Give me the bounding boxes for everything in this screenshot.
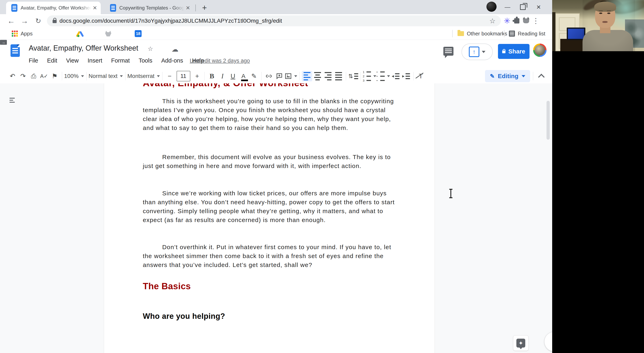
reload-button[interactable]: ↻ — [33, 15, 44, 26]
text-color-button[interactable]: A — [238, 71, 249, 81]
undo-button[interactable]: ↶ — [7, 71, 18, 81]
toolbar-divider — [261, 72, 262, 80]
window-close-button[interactable]: ✕ — [534, 3, 543, 12]
bulleted-list-button[interactable]: • • • — [376, 71, 390, 81]
tab-copywriting-templates[interactable]: Copywriting Templates - Google ✕ — [105, 2, 194, 14]
calendar-icon: 18 — [135, 30, 142, 37]
menu-insert[interactable]: Insert — [88, 57, 102, 64]
align-left-button[interactable] — [302, 71, 312, 81]
add-comment-button[interactable] — [274, 71, 284, 81]
tab-title: Copywriting Templates - Google — [119, 5, 184, 11]
numbered-list-button[interactable]: 1 2 3 — [363, 71, 376, 81]
align-center-button[interactable] — [312, 71, 323, 81]
tab-close-icon[interactable]: ✕ — [93, 5, 97, 11]
tab-separator — [196, 5, 196, 11]
paragraph: This is the worksheet you’re going to us… — [143, 97, 397, 132]
highlight-color-button[interactable]: ✎ — [249, 71, 259, 81]
paint-format-button[interactable]: ⚑ — [49, 71, 60, 81]
font-size-field[interactable]: 11 — [176, 71, 190, 81]
other-bookmarks-button[interactable]: Other bookmarks — [458, 28, 507, 40]
chevron-down-icon — [522, 75, 525, 77]
show-document-outline-button[interactable] — [8, 96, 16, 104]
collapse-panel-button[interactable] — [544, 332, 552, 351]
paragraph: Don’t overthink it. Put in whatever firs… — [143, 243, 397, 269]
move-to-folder-icon[interactable]: → — [0, 40, 7, 45]
print-button[interactable]: ⎙ — [28, 71, 39, 81]
menu-edit[interactable]: Edit — [47, 57, 57, 64]
docs-header: Avatar, Empathy, Offer Worksheet ☆ → ☁ F… — [0, 40, 552, 69]
recording-indicator-icon[interactable] — [486, 2, 496, 12]
url-omnibox[interactable]: docs.google.com/document/d/17n3oYgajyxhj… — [47, 15, 501, 26]
bookmarks-bar: Apps 18 Other bookmarks Reading list — [0, 28, 552, 40]
hide-menus-button[interactable] — [536, 71, 546, 81]
star-document-icon[interactable]: ☆ — [148, 45, 153, 52]
menu-addons[interactable]: Add-ons — [161, 57, 183, 64]
account-avatar[interactable] — [533, 44, 546, 57]
back-button[interactable]: ← — [6, 15, 16, 26]
cloud-saved-icon[interactable]: ☁ — [172, 45, 178, 53]
apps-shortcut[interactable]: Apps — [12, 28, 32, 40]
tab-avatar-worksheet[interactable]: Avatar, Empathy, Offer Workshee ✕ — [6, 2, 101, 14]
extension-icon[interactable] — [522, 16, 531, 26]
window-minimize-button[interactable]: — — [503, 3, 512, 12]
loom-extension-icon[interactable]: ✳ — [502, 16, 512, 26]
bookmark-google-ads[interactable] — [77, 28, 84, 40]
align-right-icon — [325, 72, 332, 80]
align-right-button[interactable] — [323, 71, 333, 81]
insert-link-button[interactable] — [264, 71, 274, 81]
bookmark-star-icon[interactable]: ☆ — [490, 17, 496, 25]
reading-list-button[interactable]: Reading list — [509, 28, 545, 40]
clear-formatting-button[interactable]: T — [416, 71, 426, 81]
increase-indent-button[interactable]: ▸ — [401, 71, 412, 81]
bookmark-item[interactable] — [105, 28, 111, 40]
new-tab-button[interactable]: + — [199, 3, 210, 13]
browser-menu-icon[interactable]: ⋮ — [531, 16, 540, 26]
share-button[interactable]: Share — [498, 44, 530, 59]
vertical-scrollbar[interactable] — [546, 101, 550, 140]
extensions-puzzle-icon[interactable] — [512, 16, 522, 26]
tab-close-icon[interactable]: ✕ — [186, 5, 190, 11]
editing-mode-button[interactable]: ✎ Editing — [485, 70, 530, 82]
document-canvas[interactable]: Avatar, Empathy, & Offer Worksheet This … — [0, 83, 552, 353]
menu-file[interactable]: File — [29, 57, 38, 64]
toolbar-divider — [204, 72, 205, 80]
document-page[interactable]: Avatar, Empathy, & Offer Worksheet This … — [104, 83, 435, 353]
forward-button[interactable]: → — [19, 15, 30, 26]
presentation-presence-button[interactable]: ↑ — [462, 44, 493, 60]
underline-button[interactable]: U — [228, 71, 238, 81]
document-title[interactable]: Avatar, Empathy, Offer Worksheet — [29, 44, 138, 53]
https-lock-icon[interactable] — [52, 20, 57, 23]
decrease-indent-button[interactable]: ◂ — [390, 71, 401, 81]
font-select[interactable]: Montserrat — [128, 71, 160, 81]
bold-button[interactable]: B — [207, 71, 217, 81]
animal-icon — [523, 19, 529, 23]
font-size-increase-button[interactable]: + — [192, 71, 202, 81]
menu-view[interactable]: View — [66, 57, 79, 64]
font-size-decrease-button[interactable]: − — [164, 71, 175, 81]
link-icon — [265, 73, 272, 80]
redo-button[interactable]: ↷ — [18, 71, 28, 81]
bookmark-calendar[interactable]: 18 — [135, 28, 142, 40]
question-heading: Who are you helping? — [143, 312, 225, 321]
justify-button[interactable] — [333, 71, 344, 81]
section-heading: The Basics — [143, 281, 191, 291]
insert-image-button[interactable] — [284, 71, 298, 81]
line-spacing-button[interactable]: ⇅ — [348, 71, 358, 81]
url-text[interactable]: docs.google.com/document/d/17n3oYgajyxhj… — [60, 18, 490, 24]
last-edit-link[interactable]: Last edit was 2 days ago — [190, 58, 250, 64]
window-restore-button[interactable] — [518, 3, 528, 12]
explore-button[interactable]: ✦ — [513, 335, 528, 351]
bookmarks-separator — [504, 30, 504, 37]
spellcheck-button[interactable]: A✓ — [39, 71, 49, 81]
apps-label: Apps — [21, 31, 32, 37]
paragraph: Since we’re working with low ticket pric… — [143, 189, 397, 224]
paragraph-style-select[interactable]: Normal text — [88, 71, 123, 81]
menu-tools[interactable]: Tools — [138, 57, 152, 64]
zoom-select[interactable]: 100% — [64, 71, 84, 81]
screen: Avatar, Empathy, Offer Workshee ✕ Copywr… — [0, 0, 644, 353]
italic-button[interactable]: I — [217, 71, 228, 81]
open-comments-icon[interactable] — [443, 47, 454, 56]
lock-icon — [502, 51, 506, 53]
menu-format[interactable]: Format — [111, 57, 130, 64]
google-docs-logo[interactable] — [10, 44, 20, 57]
